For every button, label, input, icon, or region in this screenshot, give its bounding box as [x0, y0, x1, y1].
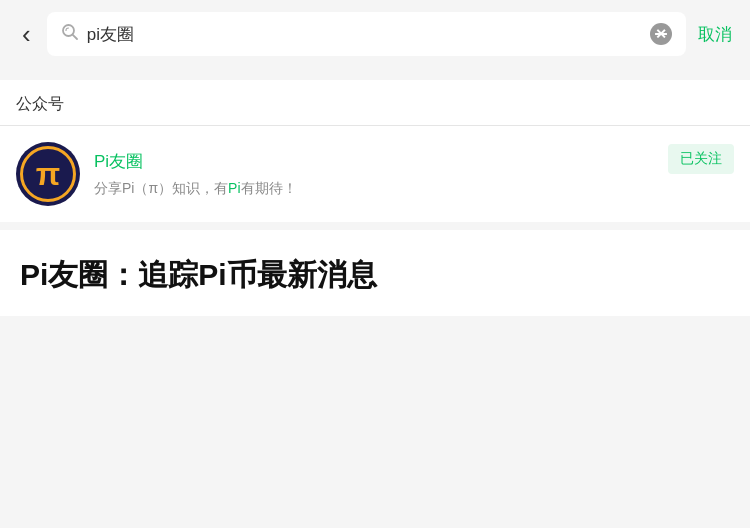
clear-button[interactable]: ✕	[650, 23, 672, 45]
svg-line-1	[72, 34, 76, 38]
header: ‹ ✕ 取消	[0, 0, 750, 68]
article-section: Pi友圈：追踪Pi币最新消息	[0, 222, 750, 316]
search-bar: ✕	[47, 12, 686, 56]
search-icon	[61, 23, 79, 46]
pi-symbol: π	[36, 158, 61, 190]
search-input[interactable]	[87, 24, 642, 44]
account-item[interactable]: π Pi友圈 分享Pi（π）知识，有Pi有期待！ 已关注	[0, 126, 750, 222]
account-name: Pi友圈	[94, 150, 654, 173]
results-section: 公众号 π Pi友圈 分享Pi（π）知识，有Pi有期待！ 已关注	[0, 80, 750, 222]
account-info: Pi友圈 分享Pi（π）知识，有Pi有期待！	[94, 150, 654, 199]
article-title: Pi友圈：追踪Pi币最新消息	[20, 254, 730, 296]
follow-button[interactable]: 已关注	[668, 144, 734, 174]
pi-highlight: Pi	[228, 180, 240, 196]
account-description: 分享Pi（π）知识，有Pi有期待！	[94, 179, 654, 199]
cancel-button[interactable]: 取消	[696, 19, 734, 50]
back-button[interactable]: ‹	[16, 17, 37, 51]
avatar: π	[16, 142, 80, 206]
avatar-circle: π	[16, 142, 80, 206]
section-label: 公众号	[0, 80, 750, 125]
